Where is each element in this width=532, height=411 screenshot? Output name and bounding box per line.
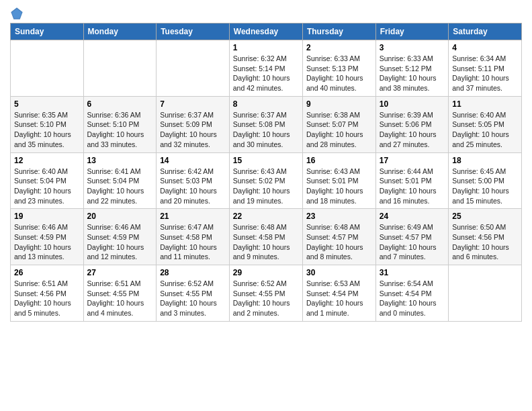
day-info: Sunrise: 6:51 AM Sunset: 4:55 PM Dayligh…	[87, 279, 153, 318]
day-number: 27	[87, 268, 153, 277]
day-header-wednesday: Wednesday	[229, 24, 302, 40]
calendar-cell: 10Sunrise: 6:39 AM Sunset: 5:06 PM Dayli…	[375, 96, 448, 152]
day-info: Sunrise: 6:52 AM Sunset: 4:55 PM Dayligh…	[160, 279, 226, 318]
day-number: 21	[160, 212, 226, 221]
calendar-cell: 7Sunrise: 6:37 AM Sunset: 5:09 PM Daylig…	[157, 96, 230, 152]
day-info: Sunrise: 6:53 AM Sunset: 4:54 PM Dayligh…	[306, 279, 372, 318]
calendar-cell: 23Sunrise: 6:48 AM Sunset: 4:57 PM Dayli…	[302, 209, 375, 265]
day-info: Sunrise: 6:50 AM Sunset: 4:56 PM Dayligh…	[452, 222, 518, 262]
calendar-cell: 3Sunrise: 6:33 AM Sunset: 5:12 PM Daylig…	[375, 40, 448, 97]
day-info: Sunrise: 6:46 AM Sunset: 4:59 PM Dayligh…	[87, 222, 153, 262]
calendar-cell: 13Sunrise: 6:41 AM Sunset: 5:04 PM Dayli…	[83, 152, 157, 209]
day-number: 9	[306, 99, 372, 109]
day-number: 12	[14, 156, 80, 165]
calendar-cell	[11, 40, 84, 97]
day-number: 18	[452, 156, 518, 165]
day-number: 19	[14, 212, 80, 221]
calendar-cell: 2Sunrise: 6:33 AM Sunset: 5:13 PM Daylig…	[302, 40, 375, 97]
day-number: 2	[306, 43, 372, 52]
calendar-cell: 6Sunrise: 6:36 AM Sunset: 5:10 PM Daylig…	[83, 96, 157, 152]
day-header-thursday: Thursday	[302, 24, 375, 40]
day-number: 17	[380, 156, 445, 165]
day-number: 10	[380, 99, 445, 109]
calendar-cell: 4Sunrise: 6:34 AM Sunset: 5:11 PM Daylig…	[449, 40, 522, 97]
calendar-table: SundayMondayTuesdayWednesdayThursdayFrid…	[10, 23, 522, 322]
day-info: Sunrise: 6:37 AM Sunset: 5:09 PM Dayligh…	[160, 110, 226, 150]
calendar-week-row: 19Sunrise: 6:46 AM Sunset: 4:59 PM Dayli…	[11, 209, 522, 265]
day-number: 1	[233, 43, 299, 52]
calendar-cell: 14Sunrise: 6:42 AM Sunset: 5:03 PM Dayli…	[157, 152, 230, 209]
day-number: 7	[160, 99, 226, 109]
calendar-cell: 11Sunrise: 6:40 AM Sunset: 5:05 PM Dayli…	[449, 96, 522, 152]
calendar-cell: 21Sunrise: 6:47 AM Sunset: 4:58 PM Dayli…	[157, 209, 230, 265]
calendar-cell: 28Sunrise: 6:52 AM Sunset: 4:55 PM Dayli…	[157, 265, 230, 322]
day-number: 29	[233, 268, 299, 277]
day-header-monday: Monday	[83, 24, 157, 40]
day-info: Sunrise: 6:40 AM Sunset: 5:04 PM Dayligh…	[14, 167, 80, 206]
day-info: Sunrise: 6:54 AM Sunset: 4:54 PM Dayligh…	[380, 279, 445, 318]
day-header-saturday: Saturday	[449, 24, 522, 40]
calendar-cell: 27Sunrise: 6:51 AM Sunset: 4:55 PM Dayli…	[83, 265, 157, 322]
day-number: 28	[160, 268, 226, 277]
day-number: 16	[306, 156, 372, 165]
day-info: Sunrise: 6:51 AM Sunset: 4:56 PM Dayligh…	[14, 279, 80, 318]
calendar-cell: 19Sunrise: 6:46 AM Sunset: 4:59 PM Dayli…	[11, 209, 84, 265]
page-header	[10, 7, 522, 20]
logo-icon	[10, 7, 24, 20]
day-info: Sunrise: 6:40 AM Sunset: 5:05 PM Dayligh…	[452, 110, 518, 150]
calendar-week-row: 1Sunrise: 6:32 AM Sunset: 5:14 PM Daylig…	[11, 40, 522, 97]
day-number: 20	[87, 212, 153, 221]
day-info: Sunrise: 6:47 AM Sunset: 4:58 PM Dayligh…	[160, 222, 226, 262]
day-number: 3	[380, 43, 445, 52]
day-info: Sunrise: 6:36 AM Sunset: 5:10 PM Dayligh…	[87, 110, 153, 150]
day-info: Sunrise: 6:42 AM Sunset: 5:03 PM Dayligh…	[160, 167, 226, 206]
day-number: 14	[160, 156, 226, 165]
day-info: Sunrise: 6:43 AM Sunset: 5:02 PM Dayligh…	[233, 167, 299, 206]
day-info: Sunrise: 6:35 AM Sunset: 5:10 PM Dayligh…	[14, 110, 80, 150]
calendar-cell: 5Sunrise: 6:35 AM Sunset: 5:10 PM Daylig…	[11, 96, 84, 152]
calendar-cell: 1Sunrise: 6:32 AM Sunset: 5:14 PM Daylig…	[229, 40, 302, 97]
calendar-cell	[449, 265, 522, 322]
day-info: Sunrise: 6:52 AM Sunset: 4:55 PM Dayligh…	[233, 279, 299, 318]
day-info: Sunrise: 6:46 AM Sunset: 4:59 PM Dayligh…	[14, 222, 80, 262]
day-info: Sunrise: 6:33 AM Sunset: 5:13 PM Dayligh…	[306, 54, 372, 93]
calendar-cell: 25Sunrise: 6:50 AM Sunset: 4:56 PM Dayli…	[449, 209, 522, 265]
calendar-cell: 26Sunrise: 6:51 AM Sunset: 4:56 PM Dayli…	[11, 265, 84, 322]
calendar-cell: 29Sunrise: 6:52 AM Sunset: 4:55 PM Dayli…	[229, 265, 302, 322]
calendar-cell	[83, 40, 157, 97]
calendar-cell: 15Sunrise: 6:43 AM Sunset: 5:02 PM Dayli…	[229, 152, 302, 209]
calendar-cell: 20Sunrise: 6:46 AM Sunset: 4:59 PM Dayli…	[83, 209, 157, 265]
calendar-cell	[157, 40, 230, 97]
day-number: 23	[306, 212, 372, 221]
day-info: Sunrise: 6:37 AM Sunset: 5:08 PM Dayligh…	[233, 110, 299, 150]
day-number: 5	[14, 99, 80, 109]
day-number: 31	[380, 268, 445, 277]
day-info: Sunrise: 6:44 AM Sunset: 5:01 PM Dayligh…	[380, 167, 445, 206]
day-header-sunday: Sunday	[11, 24, 84, 40]
calendar-cell: 8Sunrise: 6:37 AM Sunset: 5:08 PM Daylig…	[229, 96, 302, 152]
calendar-cell: 24Sunrise: 6:49 AM Sunset: 4:57 PM Dayli…	[375, 209, 448, 265]
day-number: 15	[233, 156, 299, 165]
day-number: 24	[380, 212, 445, 221]
day-number: 22	[233, 212, 299, 221]
day-info: Sunrise: 6:38 AM Sunset: 5:07 PM Dayligh…	[306, 110, 372, 150]
day-number: 26	[14, 268, 80, 277]
calendar-cell: 12Sunrise: 6:40 AM Sunset: 5:04 PM Dayli…	[11, 152, 84, 209]
calendar-week-row: 26Sunrise: 6:51 AM Sunset: 4:56 PM Dayli…	[11, 265, 522, 322]
calendar-cell: 16Sunrise: 6:43 AM Sunset: 5:01 PM Dayli…	[302, 152, 375, 209]
day-number: 13	[87, 156, 153, 165]
day-number: 11	[452, 99, 518, 109]
day-info: Sunrise: 6:49 AM Sunset: 4:57 PM Dayligh…	[380, 222, 445, 262]
day-info: Sunrise: 6:48 AM Sunset: 4:57 PM Dayligh…	[306, 222, 372, 262]
calendar-cell: 31Sunrise: 6:54 AM Sunset: 4:54 PM Dayli…	[375, 265, 448, 322]
day-number: 6	[87, 99, 153, 109]
day-info: Sunrise: 6:48 AM Sunset: 4:58 PM Dayligh…	[233, 222, 299, 262]
logo	[10, 7, 26, 20]
calendar-week-row: 5Sunrise: 6:35 AM Sunset: 5:10 PM Daylig…	[11, 96, 522, 152]
calendar-cell: 9Sunrise: 6:38 AM Sunset: 5:07 PM Daylig…	[302, 96, 375, 152]
day-number: 25	[452, 212, 518, 221]
calendar-cell: 17Sunrise: 6:44 AM Sunset: 5:01 PM Dayli…	[375, 152, 448, 209]
day-info: Sunrise: 6:45 AM Sunset: 5:00 PM Dayligh…	[452, 167, 518, 206]
calendar-cell: 18Sunrise: 6:45 AM Sunset: 5:00 PM Dayli…	[449, 152, 522, 209]
day-info: Sunrise: 6:32 AM Sunset: 5:14 PM Dayligh…	[233, 54, 299, 93]
